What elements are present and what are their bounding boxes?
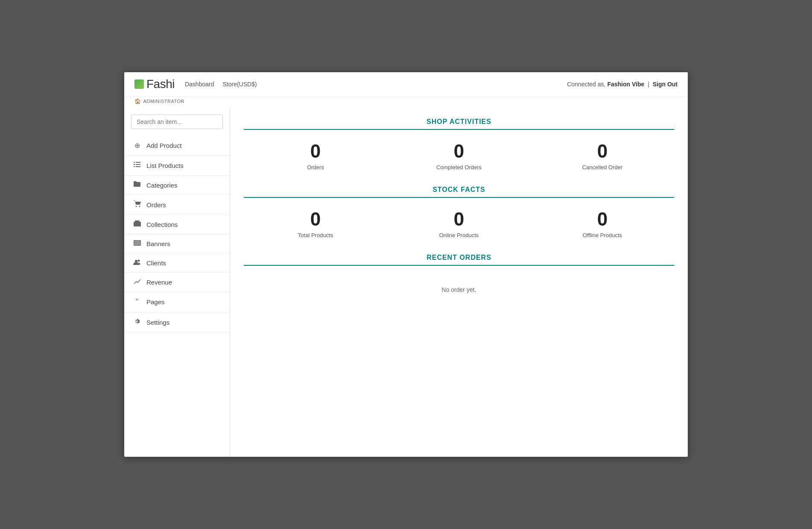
sidebar-item-pages[interactable]: " Pages [124, 292, 230, 312]
header-right: Connected as, Fashion Vibe | Sign Out [567, 81, 678, 88]
sidebar-item-settings[interactable]: Settings [124, 312, 230, 332]
svg-rect-9 [135, 220, 140, 222]
completed-orders-stat: 0 Completed Orders [387, 142, 531, 170]
admin-bar: 🏠 ADMINISTRATOR [124, 97, 688, 108]
cancelled-orders-value: 0 [531, 142, 674, 161]
offline-products-stat: 0 Offline Products [531, 210, 674, 238]
sidebar-label-clients: Clients [146, 259, 166, 267]
add-product-icon: ⊕ [133, 141, 141, 150]
header: Fashi Dashboard Store(USD$) Connected as… [124, 72, 688, 97]
header-left: Fashi Dashboard Store(USD$) [134, 77, 257, 91]
sidebar-label-revenue: Revenue [146, 279, 172, 286]
pipe: | [648, 81, 649, 88]
pages-icon: " [133, 297, 141, 306]
clients-icon [133, 259, 141, 267]
svg-rect-0 [134, 162, 135, 163]
body-layout: ⊕ Add Product List Products Categories [124, 108, 688, 457]
app-window: Fashi Dashboard Store(USD$) Connected as… [124, 72, 688, 457]
sidebar-label-list-products: List Products [146, 162, 184, 169]
sidebar-label-orders: Orders [146, 201, 166, 209]
svg-point-6 [135, 206, 137, 207]
store-link[interactable]: Store(USD$) [222, 81, 257, 88]
sidebar-label-collections: Collections [146, 221, 178, 228]
sidebar-item-categories[interactable]: Categories [124, 176, 230, 195]
svg-point-13 [138, 260, 140, 262]
sidebar-item-list-products[interactable]: List Products [124, 156, 230, 176]
total-products-stat: 0 Total Products [244, 210, 387, 238]
total-products-value: 0 [244, 210, 387, 229]
offline-products-value: 0 [531, 210, 674, 229]
store-name: Fashion Vibe [607, 81, 644, 88]
logo-text: Fashi [146, 77, 175, 91]
categories-icon [133, 181, 141, 189]
svg-rect-4 [134, 166, 135, 167]
shop-activities-divider [244, 129, 674, 130]
stock-facts-stats: 0 Total Products 0 Online Products 0 Off… [244, 210, 674, 238]
sidebar-label-pages: Pages [146, 298, 165, 306]
svg-rect-11 [134, 241, 140, 245]
completed-orders-label: Completed Orders [387, 164, 531, 170]
sidebar-item-revenue[interactable]: Revenue [124, 273, 230, 292]
admin-role: ADMINISTRATOR [143, 99, 185, 104]
sidebar-item-collections[interactable]: Collections [124, 215, 230, 234]
orders-icon [133, 200, 141, 209]
sidebar-label-add-product: Add Product [146, 142, 182, 149]
cancelled-orders-stat: 0 Cancelled Order [531, 142, 674, 170]
sidebar-label-banners: Banners [146, 240, 170, 247]
logo: Fashi [134, 77, 175, 91]
no-order-message: No order yet. [244, 278, 674, 302]
banners-icon [133, 240, 141, 247]
home-icon: 🏠 [134, 98, 141, 104]
dashboard-link[interactable]: Dashboard [185, 81, 214, 88]
recent-orders-title: RECENT ORDERS [244, 254, 674, 262]
orders-stat: 0 Orders [244, 142, 387, 170]
svg-rect-2 [134, 164, 135, 165]
stock-facts-section: STOCK FACTS 0 Total Products 0 Online Pr… [244, 186, 674, 238]
sidebar-item-clients[interactable]: Clients [124, 253, 230, 273]
sidebar-item-banners[interactable]: Banners [124, 234, 230, 253]
shop-activities-stats: 0 Orders 0 Completed Orders 0 Cancelled … [244, 142, 674, 170]
svg-rect-8 [134, 222, 141, 226]
sidebar-item-orders[interactable]: Orders [124, 195, 230, 215]
online-products-stat: 0 Online Products [387, 210, 531, 238]
recent-orders-section: RECENT ORDERS No order yet. [244, 254, 674, 302]
online-products-value: 0 [387, 210, 531, 229]
offline-products-label: Offline Products [531, 232, 674, 238]
stock-facts-title: STOCK FACTS [244, 186, 674, 194]
sidebar: ⊕ Add Product List Products Categories [124, 108, 230, 457]
svg-point-7 [139, 206, 140, 207]
sidebar-nav: ⊕ Add Product List Products Categories [124, 136, 230, 332]
sidebar-item-add-product[interactable]: ⊕ Add Product [124, 136, 230, 156]
logo-icon [134, 79, 144, 89]
revenue-icon [133, 278, 141, 286]
total-products-label: Total Products [244, 232, 387, 238]
list-products-icon [133, 161, 141, 170]
header-nav: Dashboard Store(USD$) [185, 81, 257, 88]
sidebar-label-categories: Categories [146, 182, 178, 189]
orders-label: Orders [244, 164, 387, 170]
recent-orders-divider [244, 265, 674, 266]
shop-activities-title: SHOP ACTIVITIES [244, 118, 674, 126]
collections-icon [133, 220, 141, 228]
sidebar-label-settings: Settings [146, 319, 169, 326]
svg-rect-5 [136, 166, 140, 167]
search-wrapper [124, 115, 230, 136]
svg-rect-3 [136, 164, 140, 165]
sign-out-link[interactable]: Sign Out [653, 81, 678, 88]
online-products-label: Online Products [387, 232, 531, 238]
stock-facts-divider [244, 197, 674, 198]
search-input[interactable] [131, 115, 223, 129]
svg-rect-1 [136, 162, 140, 163]
main-content: SHOP ACTIVITIES 0 Orders 0 Completed Ord… [230, 108, 688, 457]
orders-value: 0 [244, 142, 387, 161]
connected-prefix: Connected as, [567, 81, 605, 88]
completed-orders-value: 0 [387, 142, 531, 161]
shop-activities-section: SHOP ACTIVITIES 0 Orders 0 Completed Ord… [244, 118, 674, 170]
cancelled-orders-label: Cancelled Order [531, 164, 674, 170]
settings-icon [133, 318, 141, 326]
